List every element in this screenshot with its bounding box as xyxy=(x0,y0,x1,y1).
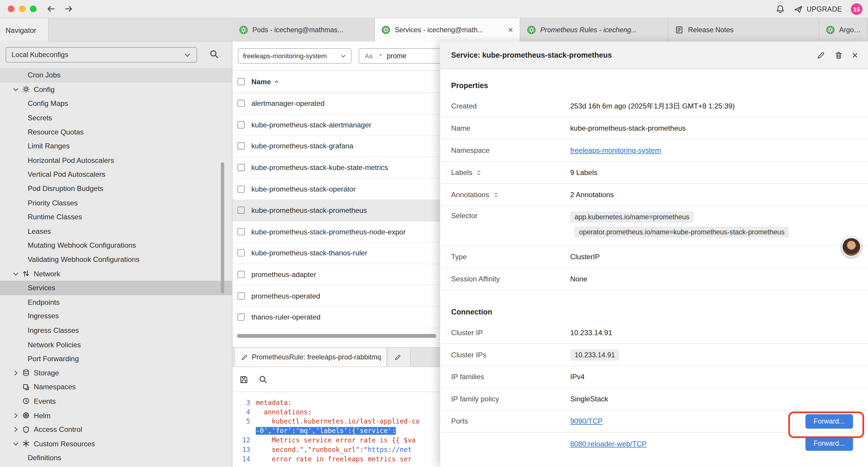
tab-prometheus-rules[interactable]: Prometheus Rules - icecheng... xyxy=(520,18,668,42)
sidebar-group-custom-resources[interactable]: Custom Resources xyxy=(0,437,232,451)
select-all-checkbox[interactable] xyxy=(238,78,245,85)
table-row[interactable]: thanos-ruler-operated xyxy=(232,307,440,328)
services-list-panel: freeleaps-monitoring-system Aa .* prome … xyxy=(232,42,440,467)
sidebar-item-config-maps[interactable]: Config Maps xyxy=(0,96,232,111)
row-checkbox[interactable] xyxy=(238,185,245,193)
table-row[interactable]: kube-prometheus-stack-prometheus-node-ex… xyxy=(232,222,440,243)
sidebar-group-storage[interactable]: Storage xyxy=(0,366,232,380)
tab-argo[interactable]: Argo Se xyxy=(819,18,868,42)
port-line: 9090/TCP Forward... xyxy=(440,410,868,432)
search-icon[interactable] xyxy=(209,49,219,59)
upgrade-button[interactable]: UPGRADE xyxy=(794,5,842,13)
drawer-title: Service: kube-prometheus-stack-prometheu… xyxy=(451,51,612,59)
forward-button[interactable]: Forward... xyxy=(805,436,853,451)
namespace-selector[interactable]: freeleaps-monitoring-system xyxy=(238,48,351,63)
table-row[interactable]: kube-prometheus-stack-thanos-ruler xyxy=(232,243,440,264)
row-checkbox[interactable] xyxy=(238,271,245,278)
sidebar-item-vertical-pod-autoscalers[interactable]: Vertical Pod Autoscalers xyxy=(0,167,232,181)
sidebar-item-secrets[interactable]: Secrets xyxy=(0,111,232,125)
horizontal-scrollbar[interactable] xyxy=(237,334,436,338)
sidebar-item-mutating-webhook-configurations[interactable]: Mutating Webhook Configurations xyxy=(0,238,232,253)
row-checkbox[interactable] xyxy=(238,100,245,107)
sidebar-item-pod-disruption-budgets[interactable]: Pod Disruption Budgets xyxy=(0,181,232,196)
app-window: UPGRADE 15 Navigator Pods - icecheng@mat… xyxy=(0,0,868,467)
save-icon[interactable] xyxy=(239,375,248,384)
name-column-header[interactable]: Name xyxy=(251,78,280,86)
row-checkbox[interactable] xyxy=(238,121,245,128)
tab-pods[interactable]: Pods - icecheng@mathmas... xyxy=(232,18,375,42)
notifications-bell-icon[interactable] xyxy=(776,4,785,14)
sidebar-item-endpoints[interactable]: Endpoints xyxy=(0,295,232,309)
search-input[interactable]: Aa .* prome xyxy=(359,48,440,63)
table-row[interactable]: kube-prometheus-stack-grafana xyxy=(232,136,440,157)
sidebar-item-cron-jobs[interactable]: Cron Jobs xyxy=(0,68,232,82)
sidebar-item-network-policies[interactable]: Network Policies xyxy=(0,338,232,352)
table-row[interactable]: prometheus-operated xyxy=(232,286,440,307)
sidebar-item-events[interactable]: Events xyxy=(0,394,232,408)
code-line: -0','for':'mq','labels':{'service': xyxy=(232,426,440,435)
selector-chip: operator.prometheus.io/name=kube-prometh… xyxy=(575,226,789,237)
floating-avatar[interactable] xyxy=(841,237,861,257)
port-link-8080[interactable]: 8080:reloader-web/TCP xyxy=(570,439,647,448)
sidebar-item-limit-ranges[interactable]: Limit Ranges xyxy=(0,139,232,153)
table-row[interactable]: kube-prometheus-stack-alertmanager xyxy=(232,114,440,136)
close-tab-icon[interactable]: × xyxy=(508,25,513,34)
sidebar-item-validating-webhook-configurations[interactable]: Validating Webhook Configurations xyxy=(0,253,232,267)
row-checkbox[interactable] xyxy=(238,143,245,150)
sidebar-item-port-forwarding[interactable]: Port Forwarding xyxy=(0,352,232,366)
match-case-toggle[interactable]: Aa xyxy=(365,53,373,59)
table-row[interactable]: kube-prometheus-stack-kube-state-metrics xyxy=(232,157,440,178)
sidebar-item-resource-quotas[interactable]: Resource Quotas xyxy=(0,125,232,139)
sidebar-group-helm[interactable]: Helm xyxy=(0,408,232,422)
close-drawer-icon[interactable]: × xyxy=(852,50,858,61)
row-checkbox[interactable] xyxy=(238,292,245,299)
yaml-editor[interactable]: 3metadata: 4 annotations: 5 kubectl.kube… xyxy=(232,392,440,467)
tab-services[interactable]: Services - icecheng@math... × xyxy=(375,18,520,42)
notification-count-badge[interactable]: 15 xyxy=(851,3,862,15)
back-button[interactable] xyxy=(46,4,55,13)
edit-icon[interactable] xyxy=(816,51,826,59)
row-checkbox[interactable] xyxy=(238,207,245,214)
close-window-button[interactable] xyxy=(8,6,14,12)
table-row[interactable]: alertmanager-operated xyxy=(232,93,440,114)
namespace-link[interactable]: freeleaps-monitoring-system xyxy=(570,146,661,154)
port-link-9090[interactable]: 9090/TCP xyxy=(570,417,603,425)
row-checkbox[interactable] xyxy=(238,228,245,235)
sidebar-item-namespaces[interactable]: Namespaces xyxy=(0,380,232,394)
tab-release-notes[interactable]: Release Notes xyxy=(668,18,819,42)
sidebar-item-ingresses[interactable]: Ingresses xyxy=(0,309,232,323)
sidebar-item-services[interactable]: Services xyxy=(0,281,232,295)
row-checkbox[interactable] xyxy=(238,250,245,257)
kubeconfig-selector[interactable]: Local Kubeconfigs xyxy=(6,47,197,62)
editor-tab-prometheusrule[interactable]: PrometheusRule: freeleaps-prod-rabbitmq xyxy=(235,348,387,367)
sidebar-group-network[interactable]: Network xyxy=(0,267,232,281)
editor-tab-partial[interactable] xyxy=(389,348,411,367)
sidebar-item-leases[interactable]: Leases xyxy=(0,224,232,238)
expand-icon[interactable] xyxy=(493,191,499,198)
table-row[interactable]: prometheus-adapter xyxy=(232,264,440,285)
sidebar-item-runtime-classes[interactable]: Runtime Classes xyxy=(0,210,232,224)
clock-icon xyxy=(22,397,30,405)
sidebar-item-definitions[interactable]: Definitions xyxy=(0,451,232,465)
property-row-type: Type ClusterIP xyxy=(440,246,868,268)
sidebar-group-access-control[interactable]: Access Control xyxy=(0,422,232,437)
table-row-selected[interactable]: kube-prometheus-stack-prometheus xyxy=(232,200,440,221)
sidebar-item-horizontal-pod-autoscalers[interactable]: Horizontal Pod Autoscalers xyxy=(0,153,232,167)
table-row[interactable]: kube-prometheus-stack-operator xyxy=(232,178,440,200)
minimize-window-button[interactable] xyxy=(19,6,25,12)
navigator-sidebar: Local Kubeconfigs Cron Jobs Config Confi… xyxy=(0,42,232,467)
maximize-window-button[interactable] xyxy=(30,6,36,12)
sidebar-item-ingress-classes[interactable]: Ingress Classes xyxy=(0,323,232,338)
expand-icon[interactable] xyxy=(476,169,482,176)
search-icon[interactable] xyxy=(258,375,267,384)
row-checkbox[interactable] xyxy=(238,314,245,321)
regex-toggle[interactable]: .* xyxy=(378,53,382,59)
sidebar-scrollbar[interactable] xyxy=(221,162,224,293)
forward-button[interactable] xyxy=(64,4,73,13)
chevron-down-icon xyxy=(12,270,19,277)
forward-button[interactable]: Forward... xyxy=(805,414,853,429)
row-checkbox[interactable] xyxy=(238,164,245,171)
trash-icon[interactable] xyxy=(834,51,843,59)
sidebar-group-config[interactable]: Config xyxy=(0,82,232,96)
sidebar-item-priority-classes[interactable]: Priority Classes xyxy=(0,196,232,210)
